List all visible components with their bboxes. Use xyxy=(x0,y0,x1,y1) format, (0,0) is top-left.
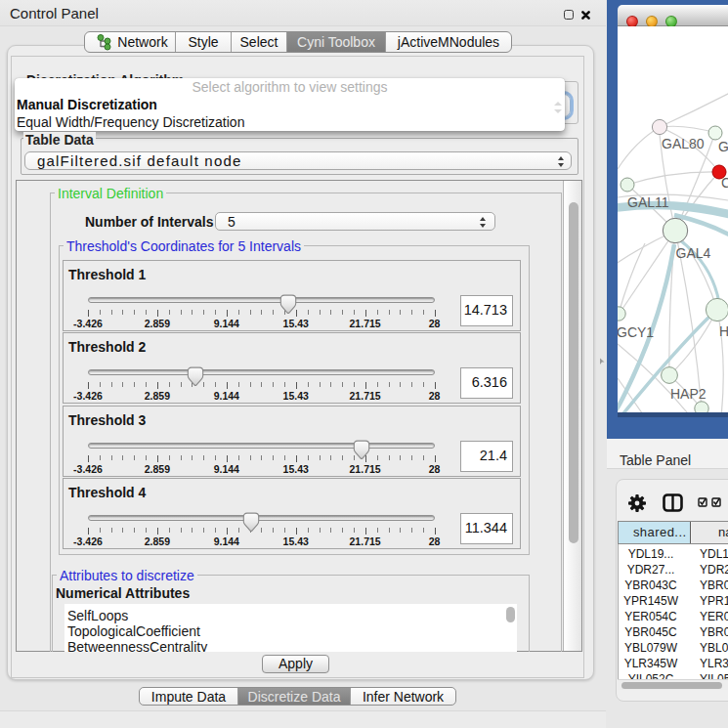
svg-text:GAL4: GAL4 xyxy=(676,245,711,261)
svg-text:GCY1: GCY1 xyxy=(618,324,654,340)
svg-text:GA: GA xyxy=(718,139,728,154)
svg-text:HAP2: HAP2 xyxy=(670,386,707,402)
svg-text:GAL11: GAL11 xyxy=(627,194,669,210)
svg-text:CY: CY xyxy=(721,175,728,191)
svg-text:GAL80: GAL80 xyxy=(662,136,705,151)
svg-text:H: H xyxy=(719,323,728,339)
